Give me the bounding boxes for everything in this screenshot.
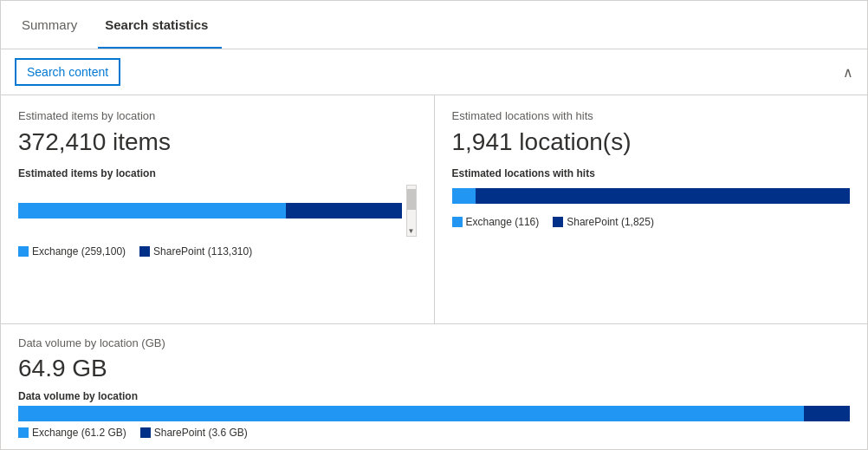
top-row: Estimated items by location 372,410 item… xyxy=(1,95,867,324)
right-legend-sharepoint-label: SharePoint (1,825) xyxy=(567,216,654,228)
left-bar-sharepoint xyxy=(286,203,403,218)
left-panel: Estimated items by location 372,410 item… xyxy=(1,95,435,323)
tab-search-statistics[interactable]: Search statistics xyxy=(98,1,222,49)
left-legend-exchange-label: Exchange (259,100) xyxy=(32,245,126,258)
bottom-panel-value: 64.9 GB xyxy=(18,355,107,382)
right-legend-exchange: Exchange (116) xyxy=(452,216,540,228)
right-panel-value: 1,941 location(s) xyxy=(452,127,851,157)
bottom-bar-sharepoint xyxy=(804,406,850,421)
bottom-bar-label: Data volume by location xyxy=(18,390,850,402)
right-bar-sharepoint xyxy=(476,188,850,204)
bottom-legend-sharepoint-label: SharePoint (3.6 GB) xyxy=(154,427,248,439)
left-bar-track xyxy=(18,203,403,218)
bottom-panel-label: Data volume by location (GB) xyxy=(18,336,165,349)
right-legend-exchange-color xyxy=(452,217,463,227)
left-legend: Exchange (259,100) SharePoint (113,310) xyxy=(18,245,417,258)
right-bar-label: Estimated locations with hits xyxy=(452,167,851,179)
bottom-legend-exchange-color xyxy=(18,427,29,438)
bottom-legend-sharepoint-color xyxy=(140,427,151,438)
tab-summary-label: Summary xyxy=(22,17,77,32)
right-legend: Exchange (116) SharePoint (1,825) xyxy=(452,216,851,228)
left-scrollbar[interactable]: ▼ xyxy=(406,185,417,237)
right-bar-track xyxy=(452,188,851,204)
scroll-down-arrow[interactable]: ▼ xyxy=(407,227,416,236)
left-legend-exchange-color xyxy=(18,246,29,257)
right-legend-sharepoint-color xyxy=(553,217,563,227)
right-panel: Estimated locations with hits 1,941 loca… xyxy=(435,95,868,323)
main-container: Summary Search statistics Search content… xyxy=(0,0,868,450)
right-legend-sharepoint: SharePoint (1,825) xyxy=(553,216,654,228)
left-bar-label: Estimated items by location xyxy=(18,167,417,179)
left-panel-value: 372,410 items xyxy=(18,127,417,157)
left-legend-sharepoint-color xyxy=(139,246,150,257)
scroll-thumb xyxy=(407,189,416,210)
bottom-legend-exchange-label: Exchange (61.2 GB) xyxy=(32,427,126,439)
left-bar-container xyxy=(18,203,403,218)
left-panel-label: Estimated items by location xyxy=(18,109,417,122)
left-bar-with-scroll: ▼ xyxy=(18,185,417,237)
tab-summary[interactable]: Summary xyxy=(15,1,91,49)
bottom-legend-sharepoint: SharePoint (3.6 GB) xyxy=(140,427,248,439)
section-header: Search content ∧ xyxy=(1,49,867,95)
bottom-legend: Exchange (61.2 GB) SharePoint (3.6 GB) xyxy=(18,427,850,439)
bottom-panel: Data volume by location (GB) 64.9 GB Dat… xyxy=(1,324,867,449)
left-legend-exchange: Exchange (259,100) xyxy=(18,245,126,258)
left-legend-sharepoint: SharePoint (113,310) xyxy=(139,245,252,258)
right-panel-label: Estimated locations with hits xyxy=(452,109,851,122)
bottom-bar-track xyxy=(18,406,850,421)
collapse-icon[interactable]: ∧ xyxy=(843,64,853,81)
bottom-bar-exchange xyxy=(18,406,804,421)
search-content-button[interactable]: Search content xyxy=(15,58,120,86)
tab-search-statistics-label: Search statistics xyxy=(105,17,208,32)
right-legend-exchange-label: Exchange (116) xyxy=(466,216,540,228)
tab-bar: Summary Search statistics xyxy=(1,1,867,49)
right-bar-container xyxy=(452,188,851,204)
left-legend-sharepoint-label: SharePoint (113,310) xyxy=(153,245,252,258)
bottom-legend-exchange: Exchange (61.2 GB) xyxy=(18,427,126,439)
left-bar-exchange xyxy=(18,203,286,218)
content-area: Estimated items by location 372,410 item… xyxy=(1,95,867,449)
right-bar-exchange xyxy=(452,188,476,204)
bottom-bar-container xyxy=(18,406,850,421)
